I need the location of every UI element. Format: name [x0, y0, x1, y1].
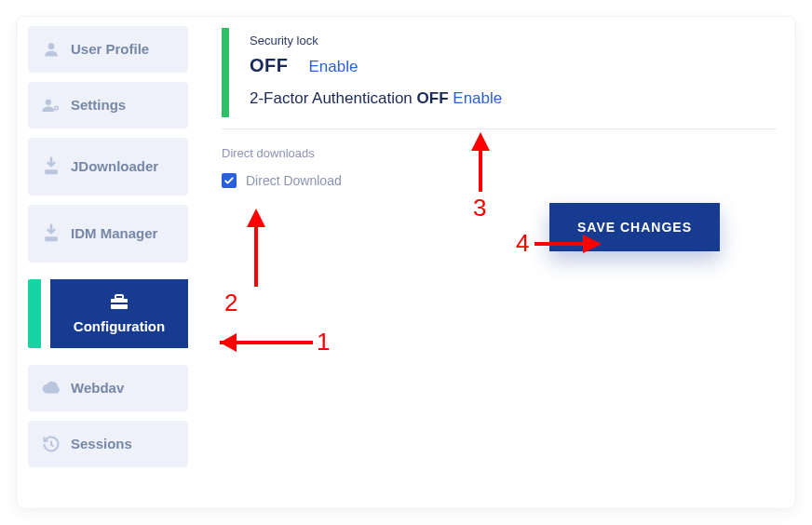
sidebar-item-label: Webdav	[71, 380, 124, 397]
divider	[222, 128, 777, 129]
download-icon	[41, 223, 61, 244]
save-changes-button[interactable]: SAVE CHANGES	[549, 203, 720, 251]
check-icon	[223, 175, 235, 186]
sidebar-item-label: JDownloader	[71, 158, 158, 176]
security-block: Security lock OFF Enable 2-Factor Authen…	[222, 28, 777, 117]
sidebar-item-user-profile[interactable]: User Profile	[28, 26, 188, 73]
tfa-enable-link[interactable]: Enable	[453, 89, 502, 107]
svg-rect-8	[111, 303, 128, 304]
sidebar-item-label: User Profile	[71, 41, 149, 59]
tfa-label: 2-Factor Authentication	[250, 89, 413, 107]
sidebar-item-label: Configuration	[74, 318, 165, 336]
user-gear-icon	[41, 96, 61, 114]
svg-rect-5	[45, 236, 57, 241]
user-icon	[41, 40, 61, 59]
sidebar-item-sessions[interactable]: Sessions	[28, 421, 188, 467]
direct-download-checkbox[interactable]	[222, 173, 237, 188]
downloads-section-title: Direct downloads	[222, 146, 777, 160]
security-lock-status: OFF	[250, 55, 289, 76]
toolbox-icon	[108, 291, 130, 315]
sidebar-item-settings[interactable]: Settings	[28, 82, 188, 128]
sidebar-item-label: IDM Manager	[71, 225, 157, 243]
sidebar-item-idm-manager[interactable]: IDM Manager	[28, 205, 188, 262]
download-icon	[41, 156, 61, 177]
history-icon	[41, 435, 61, 453]
svg-point-3	[55, 107, 57, 109]
direct-download-label: Direct Download	[246, 173, 342, 188]
tfa-row: 2-Factor Authentication OFF Enable	[250, 89, 777, 108]
direct-download-row: Direct Download	[222, 173, 777, 188]
sidebar-item-webdav[interactable]: Webdav	[28, 365, 188, 411]
security-lock-enable-link[interactable]: Enable	[309, 58, 359, 76]
sidebar-item-label: Settings	[71, 97, 126, 114]
sidebar-item-jdownloader[interactable]: JDownloader	[28, 138, 188, 195]
settings-panel: User Profile Settings JDownloader IDM Ma…	[17, 17, 795, 508]
tfa-status: OFF	[417, 89, 449, 107]
svg-rect-7	[115, 295, 123, 299]
active-accent	[28, 279, 41, 348]
cloud-icon	[41, 381, 61, 396]
sidebar: User Profile Settings JDownloader IDM Ma…	[17, 17, 196, 508]
security-lock-label: Security lock	[250, 34, 777, 47]
svg-point-1	[46, 100, 51, 105]
svg-rect-4	[45, 169, 57, 174]
svg-point-0	[48, 43, 55, 49]
content-area: Security lock OFF Enable 2-Factor Authen…	[196, 17, 795, 508]
active-body: Configuration	[50, 279, 188, 348]
security-lock-row: OFF Enable	[250, 55, 777, 76]
sidebar-item-configuration[interactable]: Configuration	[28, 279, 188, 348]
sidebar-item-label: Sessions	[71, 436, 132, 453]
